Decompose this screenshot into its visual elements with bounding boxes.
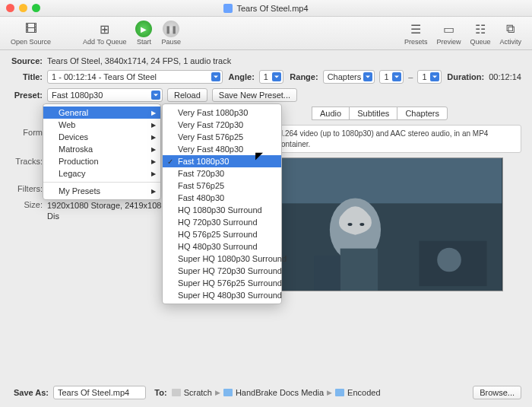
duration-value: 00:12:14 bbox=[489, 72, 521, 81]
menu-cat-general[interactable]: General bbox=[43, 107, 160, 119]
preset-item[interactable]: Very Fast 1080p30 bbox=[163, 107, 281, 119]
source-value: Tears Of Steel, 3840x1714, 24 FPS, 1 aud… bbox=[47, 56, 231, 65]
open-source-button[interactable]: 🎞 Open Source bbox=[6, 21, 55, 46]
presets-button[interactable]: ☰ Presets bbox=[400, 21, 432, 46]
pause-icon: ❚❚ bbox=[163, 21, 179, 37]
preset-item[interactable]: Very Fast 480p30 bbox=[163, 143, 281, 155]
start-button[interactable]: ▶ Start bbox=[131, 21, 157, 46]
preset-item[interactable]: Super HQ 576p25 Surround bbox=[163, 277, 281, 289]
preset-category-menu[interactable]: GeneralWebDevicesMatroskaProductionLegac… bbox=[43, 103, 161, 200]
to-label: To: bbox=[150, 388, 167, 397]
toolbar: 🎞 Open Source ⊞ Add To Queue ▶ Start ❚❚ … bbox=[0, 17, 532, 50]
menu-cat-production[interactable]: Production bbox=[43, 155, 160, 167]
preset-item[interactable]: HQ 576p25 Surround bbox=[163, 228, 281, 240]
preset-item[interactable]: HQ 480p30 Surround bbox=[163, 240, 281, 253]
preset-label: Preset: bbox=[11, 91, 43, 100]
window-title: Tears Of Steel.mp4 bbox=[0, 4, 532, 13]
tracks-label: Tracks: bbox=[11, 157, 47, 180]
preview-button[interactable]: ▭ Preview bbox=[432, 21, 465, 46]
queue-button[interactable]: ☷ Queue bbox=[465, 21, 495, 46]
preset-item[interactable]: Very Fast 720p30 bbox=[163, 119, 281, 131]
menu-cat-mypresets[interactable]: My Presets bbox=[43, 185, 160, 197]
menu-cat-devices[interactable]: Devices bbox=[43, 131, 160, 143]
preset-item[interactable]: ✓Fast 1080p30 bbox=[163, 155, 281, 167]
folder-icon bbox=[223, 389, 233, 396]
preset-description: H.264 video (up to 1080p30) and AAC ster… bbox=[272, 125, 521, 153]
destination-path[interactable]: Scratch ▶ HandBrake Docs Media ▶ Encoded bbox=[172, 388, 381, 397]
size-value: 1920x1080 Storage, 2419x1080 Dis bbox=[47, 200, 178, 223]
range-mode-select[interactable]: Chapters bbox=[323, 70, 375, 84]
size-label: Size: bbox=[11, 200, 47, 223]
tab-chapters[interactable]: Chapters bbox=[397, 107, 448, 120]
video-preview bbox=[268, 157, 503, 291]
saveas-input[interactable]: Tears Of Steel.mp4 bbox=[53, 386, 146, 399]
svg-rect-1 bbox=[269, 158, 502, 203]
tab-audio[interactable]: Audio bbox=[312, 107, 350, 120]
saveas-label: Save As: bbox=[11, 388, 49, 397]
menu-cat-web[interactable]: Web bbox=[43, 119, 160, 131]
queue-icon: ☷ bbox=[472, 21, 489, 37]
preset-item[interactable]: Super HQ 720p30 Surround bbox=[163, 265, 281, 277]
preset-item[interactable]: Fast 576p25 bbox=[163, 180, 281, 192]
plus-icon: ⊞ bbox=[97, 21, 113, 37]
preset-item[interactable]: HQ 720p30 Surround bbox=[163, 216, 281, 228]
preset-item[interactable]: Fast 480p30 bbox=[163, 192, 281, 204]
filters-label: Filters: bbox=[11, 184, 47, 196]
activity-icon: ⧉ bbox=[502, 21, 519, 37]
browse-button[interactable]: Browse... bbox=[473, 386, 521, 399]
preset-select[interactable]: Fast 1080p30 bbox=[47, 88, 163, 102]
angle-label: Angle: bbox=[227, 72, 255, 81]
pause-button[interactable]: ❚❚ Pause bbox=[157, 21, 185, 46]
chevron-right-icon: ▶ bbox=[327, 389, 332, 396]
folder-icon bbox=[335, 389, 344, 396]
preset-item[interactable]: Super HQ 480p30 Surround bbox=[163, 289, 281, 301]
file-icon bbox=[223, 4, 233, 13]
range-from-select[interactable]: 1 bbox=[379, 70, 404, 84]
preset-item[interactable]: Fast 720p30 bbox=[163, 167, 281, 180]
disk-icon bbox=[172, 389, 181, 396]
format-label: Form bbox=[11, 128, 47, 137]
range-to-select[interactable]: 1 bbox=[417, 70, 442, 84]
svg-point-6 bbox=[359, 223, 364, 226]
angle-select[interactable]: 1 bbox=[259, 70, 283, 84]
film-icon: 🎞 bbox=[23, 21, 40, 37]
duration-label: Duration: bbox=[446, 72, 484, 81]
svg-point-8 bbox=[437, 248, 461, 272]
svg-point-5 bbox=[348, 223, 353, 226]
preset-item[interactable]: Super HQ 1080p30 Surround bbox=[163, 253, 281, 265]
preset-item[interactable]: HQ 1080p30 Surround bbox=[163, 204, 281, 216]
activity-button[interactable]: ⧉ Activity bbox=[495, 21, 526, 46]
sliders-icon: ☰ bbox=[407, 21, 424, 37]
window-title-text: Tears Of Steel.mp4 bbox=[236, 4, 308, 13]
svg-rect-4 bbox=[314, 256, 340, 291]
play-icon: ▶ bbox=[135, 21, 152, 37]
save-preset-button[interactable]: Save New Preset... bbox=[212, 88, 297, 102]
tab-subtitles[interactable]: Subtitles bbox=[349, 107, 397, 120]
preset-submenu[interactable]: Very Fast 1080p30Very Fast 720p30Very Fa… bbox=[162, 103, 282, 304]
reload-button[interactable]: Reload bbox=[167, 88, 207, 102]
range-dash: – bbox=[408, 72, 413, 81]
menu-cat-legacy[interactable]: Legacy bbox=[43, 167, 160, 180]
title-select[interactable]: 1 - 00:12:14 - Tears Of Steel bbox=[47, 70, 223, 84]
add-queue-button[interactable]: ⊞ Add To Queue bbox=[78, 21, 131, 46]
chevron-right-icon: ▶ bbox=[215, 389, 220, 396]
preset-item[interactable]: Very Fast 576p25 bbox=[163, 131, 281, 143]
menu-cat-matroska[interactable]: Matroska bbox=[43, 143, 160, 155]
source-label: Source: bbox=[11, 56, 43, 65]
svg-rect-3 bbox=[340, 249, 378, 291]
title-label: Title: bbox=[11, 72, 43, 81]
range-label: Range: bbox=[288, 72, 318, 81]
preview-icon: ▭ bbox=[440, 21, 457, 37]
titlebar: Tears Of Steel.mp4 bbox=[0, 0, 532, 17]
